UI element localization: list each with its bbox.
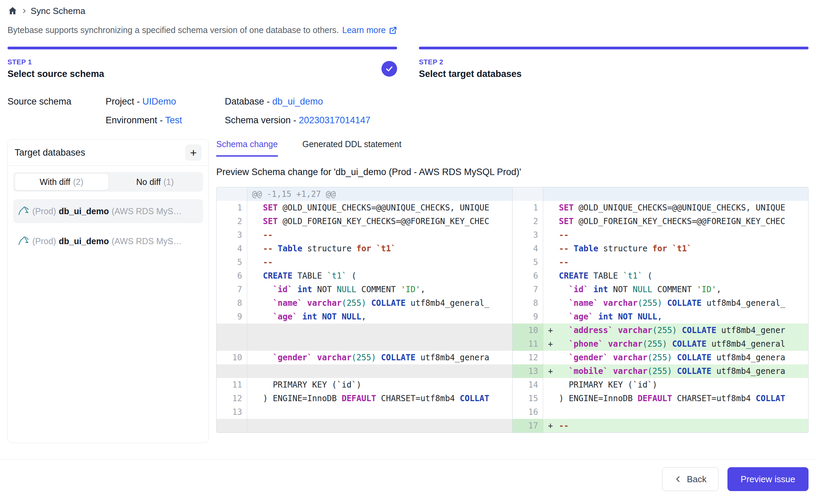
- line-number: 12: [513, 351, 543, 364]
- preview-title: Preview Schema change for 'db_ui_demo (P…: [216, 167, 809, 177]
- line-number: 16: [513, 405, 543, 419]
- line-content: `id` int NOT NULL COMMENT 'ID',: [247, 283, 512, 296]
- diff-code-line: 5--: [217, 255, 512, 269]
- line-number: 13: [217, 405, 247, 419]
- line-content: `gender` varchar(255) COLLATE utf8mb4_ge…: [247, 351, 512, 364]
- step-1-title: Select source schema: [7, 69, 104, 79]
- step-1-check-icon: [381, 61, 397, 77]
- diff-code-line: 16: [513, 405, 808, 419]
- version-link[interactable]: 20230317014147: [299, 115, 371, 125]
- diff-code-line: 4-- Table structure for `t1`: [513, 242, 808, 255]
- line-number: 8: [513, 296, 543, 310]
- db-environment: (Prod): [32, 206, 56, 216]
- step-2: STEP 2 Select target databases: [419, 47, 809, 79]
- diff-code-line: 5--: [513, 255, 808, 269]
- tab-with-diff[interactable]: With diff (2): [15, 173, 109, 190]
- line-content: --: [543, 228, 808, 242]
- diff-code-line: 2SET @OLD_FOREIGN_KEY_CHECKS=@@FOREIGN_K…: [217, 215, 512, 228]
- line-number: 3: [513, 228, 543, 242]
- source-version: Schema version - 20230317014147: [225, 115, 809, 126]
- diff-code-line: 10 `gender` varchar(255) COLLATE utf8mb4…: [217, 351, 512, 364]
- line-content: PRIMARY KEY (`id`): [543, 378, 808, 392]
- line-number: 6: [217, 269, 247, 283]
- line-number: 3: [217, 228, 247, 242]
- back-button[interactable]: Back: [662, 467, 719, 491]
- db-instance: (AWS RDS MyS…: [112, 206, 182, 216]
- diff-hunk-header: @@ -1,15 +1,27 @@: [217, 187, 512, 201]
- diff-code-line: 8 `name` varchar(255) COLLATE utf8mb4_ge…: [513, 296, 808, 310]
- breadcrumb: › Sync Schema: [7, 3, 809, 18]
- line-content: -- Table structure for `t1`: [543, 242, 808, 255]
- add-target-database-button[interactable]: +: [185, 144, 202, 161]
- tab-no-diff-label: No diff: [136, 177, 161, 187]
- main-content: Target databases + With diff (2) No diff…: [7, 139, 809, 443]
- home-icon[interactable]: [7, 6, 18, 16]
- line-number: 4: [513, 242, 543, 255]
- database-label: Database -: [225, 96, 272, 107]
- line-content: --: [247, 228, 512, 242]
- line-number: 10: [513, 324, 543, 337]
- line-content: SET @OLD_FOREIGN_KEY_CHECKS=@@FOREIGN_KE…: [543, 215, 808, 228]
- environment-link[interactable]: Test: [165, 115, 182, 125]
- target-database-item[interactable]: (Prod) db_ui_demo (AWS RDS MyS…: [13, 229, 203, 253]
- source-schema-summary: Source schema Project - UIDemo Database …: [7, 96, 809, 126]
- line-content: `name` varchar(255) COLLATE utf8mb4_gene…: [247, 296, 512, 310]
- line-content: + `phone` varchar(255) COLLATE utf8mb4_g…: [543, 337, 808, 351]
- line-content: + `address` varchar(255) COLLATE utf8mb4…: [543, 324, 808, 337]
- mysql-icon: [17, 235, 30, 247]
- target-database-item[interactable]: (Prod) db_ui_demo (AWS RDS MyS…: [13, 199, 203, 223]
- description-text: Bytebase supports synchronizing a specif…: [7, 25, 339, 35]
- learn-more-link[interactable]: Learn more: [342, 25, 397, 35]
- line-number: 14: [513, 378, 543, 392]
- diff-code-line: 15) ENGINE=InnoDB DEFAULT CHARSET=utf8mb…: [513, 392, 808, 405]
- line-number: 5: [513, 255, 543, 269]
- line-number: 15: [513, 392, 543, 405]
- line-content: @@ -1,15 +1,27 @@: [247, 187, 512, 201]
- line-content: SET @OLD_UNIQUE_CHECKS=@@UNIQUE_CHECKS, …: [543, 201, 808, 215]
- diff-code-line: 9 `age` int NOT NULL,: [217, 310, 512, 324]
- db-instance: (AWS RDS MyS…: [112, 236, 182, 246]
- target-database-list: (Prod) db_ui_demo (AWS RDS MyS… (Prod) d…: [13, 199, 203, 253]
- preview-issue-button[interactable]: Preview issue: [727, 467, 809, 491]
- line-content: + `mobile` varchar(255) COLLATE utf8mb4_…: [543, 364, 808, 378]
- diff-filter-tabs: With diff (2) No diff (1): [13, 172, 203, 192]
- diff-pane-new[interactable]: 1SET @OLD_UNIQUE_CHECKS=@@UNIQUE_CHECKS,…: [512, 187, 808, 432]
- diff-code-line: 14 PRIMARY KEY (`id`): [513, 378, 808, 392]
- stepper: STEP 1 Select source schema STEP 2 Selec…: [7, 47, 809, 79]
- diff-code-line: 6CREATE TABLE `t1` (: [217, 269, 512, 283]
- tab-generated-ddl[interactable]: Generated DDL statement: [302, 139, 402, 157]
- added-line-marker: +: [543, 364, 559, 378]
- db-name: db_ui_demo: [59, 236, 109, 246]
- diff-code-line: 12 `gender` varchar(255) COLLATE utf8mb4…: [513, 351, 808, 364]
- line-number: 17: [513, 419, 543, 432]
- diff-added-line: 13+ `mobile` varchar(255) COLLATE utf8mb…: [513, 364, 808, 378]
- line-content: `age` int NOT NULL,: [543, 310, 808, 324]
- line-content: [247, 419, 512, 432]
- line-content: CREATE TABLE `t1` (: [247, 269, 512, 283]
- source-schema-label: Source schema: [7, 96, 106, 107]
- tab-no-diff-count: (1): [163, 177, 174, 187]
- diff-code-line: 3--: [217, 228, 512, 242]
- project-link[interactable]: UIDemo: [142, 96, 176, 107]
- line-number: 1: [217, 201, 247, 215]
- diff-added-line: 17+--: [513, 419, 808, 432]
- line-number: [217, 324, 247, 337]
- line-number: 13: [513, 364, 543, 378]
- line-number: 10: [217, 351, 247, 364]
- tab-schema-change[interactable]: Schema change: [216, 139, 278, 157]
- step-2-label: STEP 2: [419, 58, 522, 66]
- diff-code-line: 7 `id` int NOT NULL COMMENT 'ID',: [217, 283, 512, 296]
- diff-pane-old[interactable]: @@ -1,15 +1,27 @@1SET @OLD_UNIQUE_CHECKS…: [217, 187, 512, 432]
- tab-no-diff[interactable]: No diff (1): [109, 173, 202, 190]
- version-label: Schema version -: [225, 115, 299, 125]
- diff-gap-row: [217, 337, 512, 351]
- mysql-icon: [17, 205, 30, 217]
- line-content: ) ENGINE=InnoDB DEFAULT CHARSET=utf8mb4 …: [543, 392, 808, 405]
- line-number: 2: [513, 215, 543, 228]
- line-content: -- Table structure for `t1`: [247, 242, 512, 255]
- line-number: 6: [513, 269, 543, 283]
- database-link[interactable]: db_ui_demo: [272, 96, 323, 107]
- step-2-progress-bar: [419, 47, 809, 49]
- source-database: Database - db_ui_demo: [225, 96, 809, 107]
- diff-code-line: 8 `name` varchar(255) COLLATE utf8mb4_ge…: [217, 296, 512, 310]
